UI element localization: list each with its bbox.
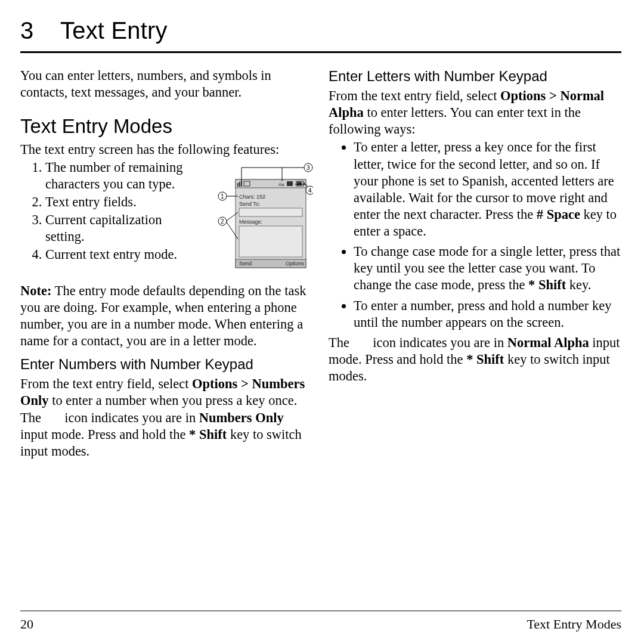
diagram-message-label: Message: xyxy=(239,219,262,225)
list-item: To change case mode for a single letter,… xyxy=(354,243,621,293)
numbers-paragraph-1: From the text entry field, select Option… xyxy=(20,376,313,409)
intro-paragraph: You can enter letters, numbers, and symb… xyxy=(20,67,313,101)
chapter-name: Text Entry xyxy=(60,17,168,44)
svg-rect-12 xyxy=(239,226,302,257)
svg-rect-10 xyxy=(297,182,302,185)
letters-bullet-list: To enter a letter, press a key once for … xyxy=(329,139,621,330)
list-item: To enter a number, press and hold a numb… xyxy=(354,298,621,331)
chapter-title: 3 Text Entry xyxy=(20,16,621,53)
subsection-heading-numbers: Enter Numbers with Number Keypad xyxy=(20,355,313,373)
modes-intro: The text entry screen has the following … xyxy=(20,141,313,158)
svg-rect-4 xyxy=(241,181,242,187)
diagram-options-btn: Options xyxy=(286,261,305,267)
page-footer: 20 Text Entry Modes xyxy=(20,611,621,633)
svg-rect-3 xyxy=(239,182,240,187)
svg-text:Aa: Aa xyxy=(278,182,284,187)
footer-section: Text Entry Modes xyxy=(527,616,621,633)
svg-text:3: 3 xyxy=(306,165,310,171)
diagram-send-btn: Send xyxy=(239,261,252,267)
page-number: 20 xyxy=(20,616,33,633)
left-column: You can enter letters, numbers, and symb… xyxy=(20,67,313,460)
subsection-heading-letters: Enter Letters with Number Keypad xyxy=(329,67,621,85)
svg-rect-2 xyxy=(237,183,239,187)
svg-rect-1 xyxy=(236,179,306,188)
diagram-sendto-label: Send To: xyxy=(239,201,260,207)
phone-diagram: Aa Chars: 152 Send To: Message: Send Opt… xyxy=(206,162,313,279)
section-heading-modes: Text Entry Modes xyxy=(20,114,313,138)
svg-rect-7 xyxy=(287,181,293,186)
note-paragraph: Note: The entry mode defaults depending … xyxy=(20,283,313,350)
letters-paragraph-2: The icon indicates you are in Normal Alp… xyxy=(329,335,621,385)
diagram-chars-label: Chars: 152 xyxy=(239,194,265,200)
list-item: To enter a letter, press a key once for … xyxy=(354,139,621,240)
svg-text:2: 2 xyxy=(221,218,224,225)
note-body: The entry mode defaults depending on the… xyxy=(20,283,306,348)
svg-rect-11 xyxy=(239,208,302,216)
note-label: Note: xyxy=(20,283,51,298)
letters-paragraph-1: From the text entry field, select Option… xyxy=(329,88,621,138)
svg-text:4: 4 xyxy=(308,187,312,194)
numbers-paragraph-2: The icon indicates you are in Numbers On… xyxy=(20,410,313,460)
phone-diagram-svg: Aa Chars: 152 Send To: Message: Send Opt… xyxy=(206,162,313,275)
content-columns: You can enter letters, numbers, and symb… xyxy=(20,67,621,460)
right-column: Enter Letters with Number Keypad From th… xyxy=(329,67,621,460)
chapter-number: 3 xyxy=(20,17,33,44)
svg-text:1: 1 xyxy=(221,193,224,200)
